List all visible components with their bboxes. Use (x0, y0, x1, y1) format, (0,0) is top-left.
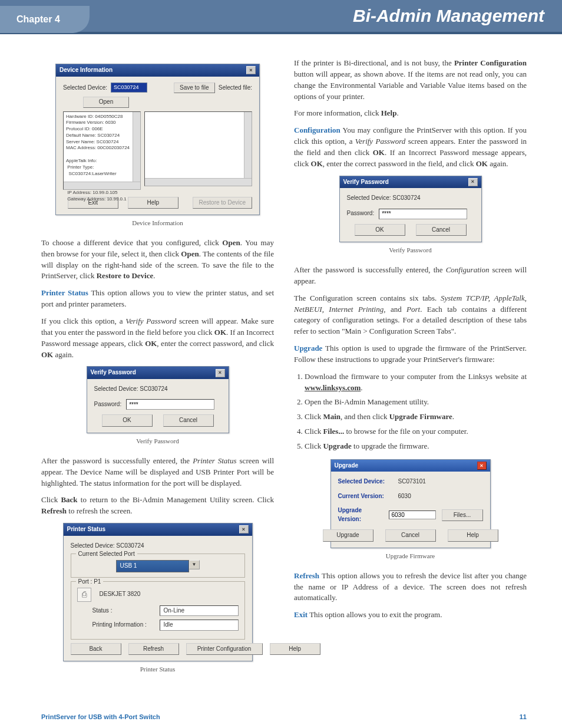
printer-status-dialog: Printer Status × Selected Device: SC0307… (63, 523, 253, 661)
list-item: Download the firmware to your computer f… (305, 371, 527, 394)
files-button[interactable]: Files... (442, 509, 483, 522)
selected-device-text: Selected Device: SC030724 (71, 542, 245, 551)
section-heading-refresh: Refresh (294, 571, 319, 580)
password-field[interactable] (126, 399, 214, 410)
verify-password-dialog: Verify Password × Selected Device: SC030… (87, 366, 229, 433)
upgrade-version-label: Upgrade Version: (338, 506, 383, 523)
selected-device-text: Selected Device: SC030724 (347, 194, 474, 203)
close-icon[interactable]: × (246, 66, 256, 74)
figure-caption: Device Information (41, 219, 274, 228)
body-text: Printer Status This option allows you to… (41, 288, 274, 310)
restore-to-device-button: Restore to Device (193, 197, 252, 209)
selected-device-text: Selected Device: SC030724 (94, 385, 222, 394)
close-icon[interactable]: × (468, 178, 478, 186)
dialog-title: Printer Status (67, 525, 106, 534)
body-text: After the password is successfully enter… (294, 265, 527, 287)
scrollbar-vertical[interactable] (244, 112, 252, 179)
footer-product: PrintServer for USB with 4-Port Switch (41, 713, 160, 720)
close-icon[interactable]: × (477, 462, 487, 470)
body-text: After the password is successfully enter… (41, 456, 274, 489)
list-item: Click Files... to browse for the file on… (305, 426, 527, 437)
upgrade-steps-list: Download the firmware to your computer f… (305, 371, 527, 452)
selected-device-value: SC030724 (111, 83, 147, 93)
port-select[interactable]: USB 1 (116, 560, 189, 572)
cancel-button[interactable]: Cancel (416, 224, 467, 236)
selected-device-value: SC073101 (398, 477, 426, 486)
upgrade-dialog: Upgrade × Selected Device: SC073101 Curr… (330, 459, 491, 548)
page-header: Chapter 4 Bi-Admin Management (0, 0, 562, 34)
figure-caption: Verify Password (41, 437, 274, 446)
dialog-title: Upgrade (335, 462, 359, 470)
figure-caption: Verify Password (294, 246, 527, 255)
printing-info-value: Idle (160, 620, 239, 631)
right-column: If the printer is Bi-directional, and is… (294, 58, 527, 684)
chapter-label: Chapter 4 (0, 6, 90, 33)
body-text: If the printer is Bi-directional, and is… (294, 58, 527, 102)
cancel-button[interactable]: Cancel (163, 414, 214, 427)
file-contents-pane (144, 111, 252, 186)
device-information-dialog: Device Information × Selected Device: SC… (55, 64, 260, 215)
password-label: Password: (347, 209, 375, 218)
ok-button[interactable]: OK (102, 414, 153, 427)
page-footer: PrintServer for USB with 4-Port Switch 1… (0, 707, 562, 728)
list-item: Click Upgrade to upgrade the firmware. (305, 441, 527, 452)
footer-page-number: 11 (520, 713, 527, 720)
help-button[interactable]: Help (448, 529, 498, 542)
password-label: Password: (94, 400, 122, 409)
scrollbar-vertical[interactable] (133, 112, 140, 182)
printer-name: DESKJET 3820 (100, 590, 141, 599)
section-heading-configuration: Configuration (294, 126, 340, 134)
device-details-text: Hardware ID: 04D0550C28 Firmware Version… (66, 114, 138, 203)
close-icon[interactable]: × (239, 525, 249, 533)
printing-info-label: Printing Information : (92, 621, 151, 630)
status-label: Status : (92, 607, 151, 615)
dialog-title: Verify Password (91, 368, 136, 377)
current-version-label: Current Version: (338, 492, 392, 501)
list-item: Open the Bi-Admin Management utility. (305, 397, 527, 408)
selected-device-label: Selected Device: (338, 477, 392, 486)
linksys-link[interactable]: www.linksys.com (305, 383, 361, 392)
figure-caption: Upgrade Firmware (294, 552, 527, 561)
left-column: Device Information × Selected Device: SC… (41, 58, 274, 684)
current-version-value: 6030 (398, 492, 411, 501)
body-text: Upgrade This option is used to upgrade t… (294, 343, 527, 365)
body-text: Exit This option allows you to exit the … (294, 610, 527, 621)
section-heading-exit: Exit (294, 610, 308, 619)
group-label-port: Port : P1 (76, 578, 104, 587)
scrollbar-horizontal[interactable] (145, 178, 252, 186)
dialog-title: Device Information (59, 66, 113, 75)
status-value: On-Line (160, 605, 239, 617)
upgrade-version-field[interactable] (389, 510, 436, 519)
body-text: If you click this option, a Verify Passw… (41, 316, 274, 360)
figure-caption: Printer Status (41, 665, 274, 674)
save-to-file-button[interactable]: Save to file (174, 83, 215, 94)
upgrade-button[interactable]: Upgrade (323, 529, 373, 542)
cancel-button[interactable]: Cancel (385, 529, 436, 542)
body-text: Click Back to return to the Bi-Admin Man… (41, 495, 274, 517)
device-details-pane: Hardware ID: 04D0550C28 Firmware Version… (63, 111, 141, 190)
section-heading-printer-status: Printer Status (41, 288, 88, 297)
chevron-down-icon[interactable]: ▼ (189, 560, 200, 569)
refresh-button[interactable]: Refresh (128, 643, 179, 655)
printer-icon: ⎙ (77, 588, 91, 602)
back-button[interactable]: Back (71, 643, 121, 655)
verify-password-dialog: Verify Password × Selected Device: SC030… (339, 176, 482, 243)
section-heading-upgrade: Upgrade (294, 344, 322, 353)
body-text: Refresh This option allows you to refres… (294, 571, 527, 604)
body-text: The Configuration screen contains six ta… (294, 293, 527, 337)
printer-configuration-button[interactable]: Printer Configuration (186, 643, 263, 655)
open-button[interactable]: Open (83, 97, 129, 108)
body-text: Configuration You may configure the Prin… (294, 125, 527, 169)
group-label-current-port: Current Selected Port (76, 550, 137, 559)
list-item: Click Main, and then click Upgrade Firmw… (305, 411, 527, 423)
close-icon[interactable]: × (216, 369, 225, 377)
selected-file-label: Selected file: (219, 84, 252, 93)
selected-device-label: Selected Device: (63, 84, 107, 93)
password-field[interactable] (379, 209, 467, 219)
scrollbar-horizontal[interactable] (64, 182, 140, 189)
body-text: To choose a different device that you co… (41, 238, 274, 282)
page-title: Bi-Admin Management (353, 6, 544, 26)
body-text: For more information, click Help. (294, 108, 527, 119)
ok-button[interactable]: OK (355, 224, 405, 236)
dialog-title: Verify Password (343, 178, 389, 187)
